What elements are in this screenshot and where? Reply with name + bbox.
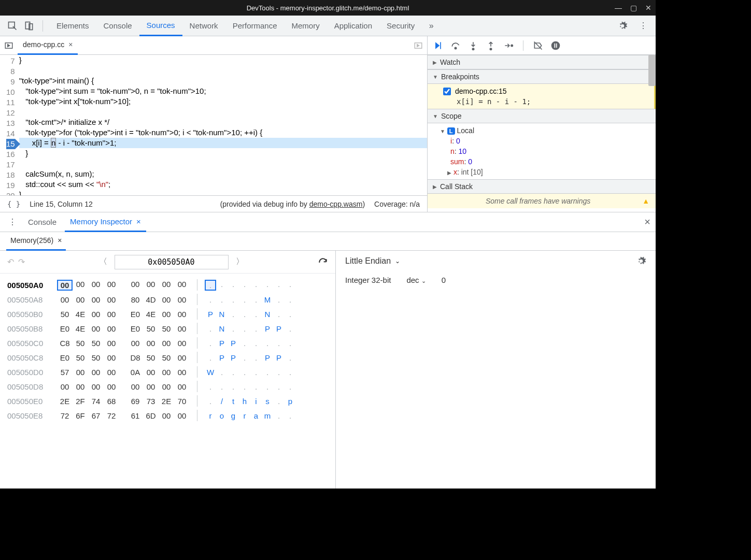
breakpoints-section[interactable]: ▼Breakpoints <box>428 69 656 84</box>
hex-row[interactable]: 005050E8726F6772616D0000rogram.. <box>7 408 328 423</box>
format-selector[interactable]: dec ⌄ <box>406 276 426 284</box>
cursor-position: Line 15, Column 12 <box>30 200 92 208</box>
tab-memory-inspector[interactable]: Memory Inspector× <box>65 212 146 232</box>
svg-point-6 <box>455 47 456 49</box>
file-tab[interactable]: demo-cpp.cc × <box>18 36 78 55</box>
debug-info-source: (provided via debug info by demo-cpp.was… <box>220 200 365 208</box>
scope-var-n[interactable]: n: 10 <box>450 146 650 156</box>
memory-tab[interactable]: Memory(256)× <box>6 232 66 251</box>
hex-row[interactable]: 005050E02E2F746869732E70./this.p <box>7 394 328 408</box>
debugger-toolbar <box>428 36 656 55</box>
scope-var-x[interactable]: ▶ x: int [10] <box>440 167 650 177</box>
undo-icon[interactable]: ↶ <box>7 257 14 267</box>
close-tab-icon[interactable]: × <box>136 217 141 226</box>
prev-page-icon[interactable]: 〈 <box>97 254 109 269</box>
drawer-menu-icon[interactable]: ⋮ <box>5 217 20 227</box>
show-navigator-icon[interactable] <box>4 41 13 50</box>
hex-viewer[interactable]: 005050A00000000000000000........005050A8… <box>0 274 335 489</box>
scope-var-i[interactable]: i: 0 <box>450 136 650 146</box>
svg-point-7 <box>472 48 474 50</box>
tab-security[interactable]: Security <box>379 16 422 36</box>
gear-icon[interactable] <box>615 19 630 33</box>
tab-sources[interactable]: Sources <box>139 16 182 36</box>
breakpoint-code: x[i] = n - i - 1; <box>443 95 649 106</box>
device-icon[interactable] <box>22 19 36 33</box>
editor-statusbar: { } Line 15, Column 12 (provided via deb… <box>0 195 427 212</box>
hex-row[interactable]: 005050A00000000000000000........ <box>7 278 328 292</box>
run-snippet-icon[interactable] <box>414 41 423 50</box>
svg-rect-11 <box>555 43 556 47</box>
scope-var-sum[interactable]: sum: 0 <box>450 156 650 167</box>
close-tab-icon[interactable]: × <box>68 40 73 49</box>
close-tab-icon[interactable]: × <box>58 236 62 245</box>
step-icon[interactable] <box>503 40 514 51</box>
tab-performance[interactable]: Performance <box>225 16 285 36</box>
value-gear-icon[interactable] <box>636 256 646 266</box>
devtools-tabbar: ElementsConsoleSourcesNetworkPerformance… <box>0 16 656 36</box>
breakpoint-item[interactable]: demo-cpp.cc:15 x[i] = n - i - 1; <box>428 84 656 109</box>
code-editor[interactable]: 789101112131415161718192021 }"tok-type">… <box>0 55 427 195</box>
coverage-status: Coverage: n/a <box>374 200 420 208</box>
svg-rect-5 <box>440 42 441 49</box>
refresh-icon[interactable] <box>318 257 328 267</box>
tab-memory[interactable]: Memory <box>285 16 327 36</box>
next-page-icon[interactable]: 〉 <box>234 254 246 269</box>
tab-elements[interactable]: Elements <box>49 16 96 36</box>
hex-row[interactable]: 005050B0504E0000E04E0000PN...N.. <box>7 307 328 321</box>
watch-section[interactable]: ▶Watch <box>428 55 656 69</box>
step-into-icon[interactable] <box>468 40 478 51</box>
step-over-icon[interactable] <box>450 40 461 51</box>
tab-console[interactable]: Console <box>96 16 139 36</box>
breakpoint-checkbox[interactable] <box>443 88 451 95</box>
drawer-close-icon[interactable]: × <box>644 216 650 228</box>
more-tabs-icon[interactable]: » <box>424 19 438 33</box>
value-type-label: Integer 32-bit <box>345 276 391 284</box>
editor-tabs: demo-cpp.cc × <box>0 36 427 55</box>
value-display: 0 <box>442 276 446 284</box>
endian-selector[interactable]: Little Endian⌄ <box>345 256 646 266</box>
svg-point-9 <box>511 45 513 46</box>
close-icon[interactable]: ✕ <box>645 4 651 12</box>
pause-exceptions-icon[interactable] <box>550 40 561 51</box>
hex-row[interactable]: 005050D80000000000000000........ <box>7 379 328 394</box>
deactivate-bp-icon[interactable] <box>533 40 543 51</box>
hex-row[interactable]: 005050C8E0505000D8505000.PP..PP. <box>7 350 328 365</box>
kebab-icon[interactable]: ⋮ <box>636 19 650 33</box>
tab-network[interactable]: Network <box>182 16 225 36</box>
tab-console[interactable]: Console <box>23 212 62 232</box>
hex-row[interactable]: 005050A800000000804D0000.....M.. <box>7 292 328 307</box>
minimize-icon[interactable]: — <box>615 4 622 12</box>
hex-row[interactable]: 005050D0570000000A000000W....... <box>7 365 328 379</box>
address-input[interactable] <box>115 255 229 269</box>
wasm-link[interactable]: demo-cpp.wasm <box>309 200 363 208</box>
callstack-section[interactable]: ▶Call Stack <box>428 179 656 194</box>
value-row-int32: Integer 32-bit dec ⌄ 0 <box>345 276 646 284</box>
resume-icon[interactable] <box>433 40 443 51</box>
svg-point-10 <box>551 41 560 50</box>
pretty-print-icon[interactable]: { } <box>7 200 20 208</box>
scope-section[interactable]: ▼Scope <box>428 109 656 123</box>
redo-icon[interactable]: ↷ <box>18 257 25 267</box>
file-tab-label: demo-cpp.cc <box>23 40 64 49</box>
scope-local[interactable]: ▼ LLocal <box>440 125 650 136</box>
titlebar: DevTools - memory-inspector.glitch.me/de… <box>0 0 656 16</box>
maximize-icon[interactable]: ▢ <box>630 4 637 12</box>
inspect-icon[interactable] <box>5 19 20 33</box>
window-title: DevTools - memory-inspector.glitch.me/de… <box>247 4 409 12</box>
hex-row[interactable]: 005050C0C850500000000000.PP..... <box>7 336 328 350</box>
callstack-warning: Some call frames have warnings ▲ <box>428 194 656 208</box>
svg-rect-12 <box>556 43 557 47</box>
svg-point-8 <box>490 48 491 50</box>
hex-row[interactable]: 005050B8E04E0000E0505000.N...PP. <box>7 321 328 336</box>
tab-application[interactable]: Application <box>327 16 379 36</box>
drawer-tabs: ⋮ Console Memory Inspector× × <box>0 212 656 232</box>
memory-toolbar: ↶ ↷ 〈 〉 <box>0 251 335 274</box>
step-out-icon[interactable] <box>486 40 496 51</box>
breakpoint-location: demo-cpp.cc:15 <box>455 87 507 95</box>
scrollbar[interactable] <box>648 55 656 86</box>
debugger-sidebar: ▶Watch ▼Breakpoints demo-cpp.cc:15 x[i] … <box>428 36 656 212</box>
